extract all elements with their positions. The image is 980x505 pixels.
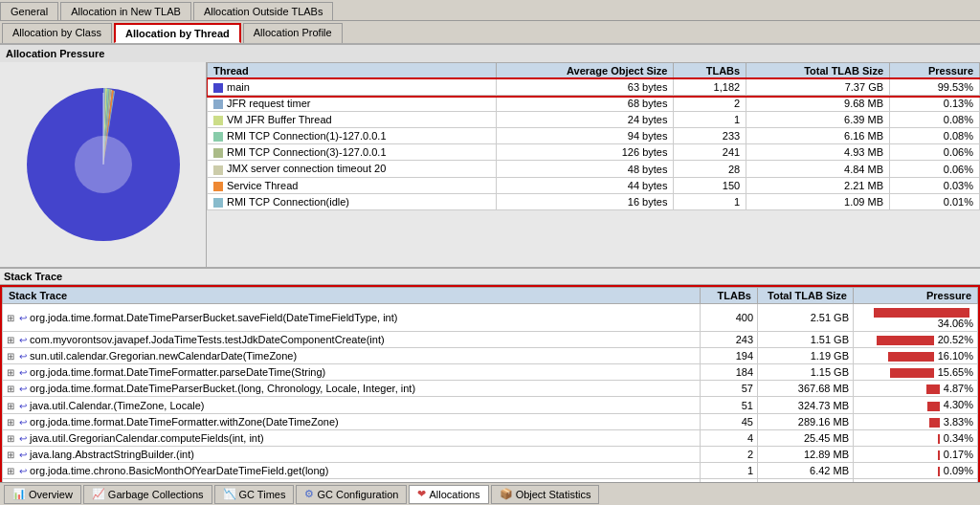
bottom-tab-gc-config[interactable]: ⚙ GC Configuration <box>296 485 407 504</box>
bottom-tab-overview[interactable]: 📊 Overview <box>4 485 81 504</box>
bottom-tab-obj-stats[interactable]: 📦 Object Statistics <box>491 485 600 504</box>
stack-tlabs: 1 <box>701 462 758 478</box>
alloc-icon: ❤ <box>417 488 426 500</box>
stack-pressure: 0.09% <box>854 462 978 478</box>
stack-total-size: 1.51 GB <box>758 332 854 348</box>
stack-row[interactable]: ⊞ ↩ org.joda.time.chrono.BasicMonthOfYea… <box>3 462 978 478</box>
thread-total-size: 6.39 MB <box>746 112 890 128</box>
stack-trace-cell: ⊞ ↩ org.joda.time.chrono.BasicMonthOfYea… <box>3 462 701 478</box>
stack-pressure: 4.87% <box>854 381 978 397</box>
stack-row[interactable]: ⊞ ↩ org.joda.time.format.DateTimeParserB… <box>3 304 978 332</box>
thread-pressure: 0.13% <box>890 96 980 112</box>
expand-icon[interactable]: ⊞ <box>7 384 14 394</box>
pie-chart-area <box>0 62 206 267</box>
thread-table-wrapper[interactable]: Thread Average Object Size TLABs Total T… <box>207 62 980 267</box>
obj-icon: 📦 <box>500 488 513 500</box>
thread-pressure: 0.08% <box>890 112 980 128</box>
bottom-tab-overview-label: Overview <box>29 489 73 500</box>
bottom-tabs-bar: 📊 Overview 📈 Garbage Collections 📉 GC Ti… <box>0 482 980 505</box>
thread-pressure: 0.08% <box>890 128 980 144</box>
thread-total-size: 6.16 MB <box>746 128 890 144</box>
allocation-pie-chart <box>12 74 194 255</box>
thread-row[interactable]: Service Thread 44 bytes 150 2.21 MB 0.03… <box>208 177 980 193</box>
stack-pressure: 3.83% <box>854 413 978 429</box>
stack-icon: ↩ <box>19 401 27 411</box>
tab-new-tlab[interactable]: Allocation in New TLAB <box>60 2 191 20</box>
stack-row[interactable]: ⊞ ↩ org.joda.time.format.DateTimeFormatt… <box>3 364 978 381</box>
col-avg-size: Average Object Size <box>497 63 674 79</box>
bottom-tab-gc[interactable]: 📈 Garbage Collections <box>83 485 212 504</box>
thread-name-cell: JMX server connection timeout 20 <box>208 161 497 177</box>
stack-total-size: 2.51 GB <box>758 304 854 332</box>
tab-alloc-profile[interactable]: Allocation Profile <box>243 23 343 43</box>
stack-icon: ↩ <box>19 466 27 476</box>
thread-tlabs: 241 <box>674 144 746 161</box>
thread-tlabs: 1 <box>674 112 746 128</box>
stack-row[interactable]: ⊞ ↩ com.myvorontsov.javapef.JodaTimeTest… <box>3 332 978 348</box>
stack-row[interactable]: ⊞ ↩ org.joda.time.format.DateTimeFormatt… <box>3 413 978 429</box>
thread-name-cell: RMI TCP Connection(1)-127.0.0.1 <box>208 128 497 144</box>
pressure-bar <box>874 308 969 318</box>
thread-total-size: 7.37 GB <box>746 79 890 96</box>
pressure-bar <box>877 336 934 345</box>
thread-total-size: 4.84 MB <box>746 161 890 177</box>
expand-icon[interactable]: ⊞ <box>7 433 14 444</box>
stack-row[interactable]: ⊞ ↩ org.joda.time.format.DateTimeParserB… <box>3 381 978 397</box>
thread-name-cell: VM JFR Buffer Thread <box>208 112 497 128</box>
thread-row[interactable]: RMI TCP Connection(1)-127.0.0.1 94 bytes… <box>208 128 980 144</box>
stack-icon: ↩ <box>19 417 27 428</box>
thread-name-cell: main <box>208 79 497 96</box>
thread-pressure: 0.01% <box>890 193 980 209</box>
thread-row[interactable]: RMI TCP Connection(3)-127.0.0.1 126 byte… <box>208 144 980 161</box>
thread-name-cell: JFR request timer <box>208 96 497 112</box>
expand-icon[interactable]: ⊞ <box>7 466 14 476</box>
stack-tlabs: 400 <box>701 304 758 332</box>
col-thread: Thread <box>208 63 497 79</box>
tab-by-thread[interactable]: Allocation by Thread <box>114 23 241 43</box>
bottom-tab-allocations[interactable]: ❤ Allocations <box>409 485 488 504</box>
bottom-tab-alloc-label: Allocations <box>429 489 479 500</box>
tab-general[interactable]: General <box>0 2 58 20</box>
thread-name-cell: RMI TCP Connection(idle) <box>208 193 497 209</box>
stack-col-tlabs: TLABs <box>701 288 758 304</box>
thread-table: Thread Average Object Size TLABs Total T… <box>207 62 980 210</box>
stack-pressure: 15.65% <box>854 364 978 381</box>
bottom-tab-gc-times[interactable]: 📉 GC Times <box>214 485 295 504</box>
thread-row[interactable]: VM JFR Buffer Thread 24 bytes 1 6.39 MB … <box>208 112 980 128</box>
sub-tabs-bar: Allocation by Class Allocation by Thread… <box>0 21 980 45</box>
expand-icon[interactable]: ⊞ <box>7 313 14 323</box>
pressure-bar <box>890 368 934 378</box>
thread-avg-size: 44 bytes <box>497 177 674 193</box>
stack-row[interactable]: ⊞ ↩ sun.util.calendar.Gregorian.newCalen… <box>3 348 978 364</box>
thread-tlabs: 1 <box>674 193 746 209</box>
stack-row[interactable]: ⊞ ↩ java.util.GregorianCalendar.computeF… <box>3 429 978 446</box>
pressure-bar <box>938 450 940 460</box>
stack-trace-cell: ⊞ ↩ org.joda.time.format.DateTimeParserB… <box>3 304 701 332</box>
pressure-bar <box>927 402 940 411</box>
thread-row-highlighted[interactable]: main 63 bytes 1,182 7.37 GB 99.53% <box>208 79 980 96</box>
stack-trace-cell: ⊞ ↩ org.joda.time.format.DateTimeParserB… <box>3 381 701 397</box>
stack-pressure: 34.06% <box>854 304 978 332</box>
stack-row[interactable]: ⊞ ↩ java.util.Calendar.(TimeZone, Locale… <box>3 397 978 413</box>
expand-icon[interactable]: ⊞ <box>7 367 14 378</box>
stack-table-wrapper[interactable]: Stack Trace TLABs Total TLAB Size Pressu… <box>0 285 980 494</box>
stack-total-size: 367.68 MB <box>758 381 854 397</box>
thread-row[interactable]: JFR request timer 68 bytes 2 9.68 MB 0.1… <box>208 96 980 112</box>
stack-trace-cell: ⊞ ↩ java.util.GregorianCalendar.computeF… <box>3 429 701 446</box>
expand-icon[interactable]: ⊞ <box>7 351 14 362</box>
thread-avg-size: 63 bytes <box>497 79 674 96</box>
thread-pressure: 0.06% <box>890 161 980 177</box>
expand-icon[interactable]: ⊞ <box>7 335 14 345</box>
expand-icon[interactable]: ⊞ <box>7 401 14 411</box>
expand-icon[interactable]: ⊞ <box>7 450 14 460</box>
tab-by-class[interactable]: Allocation by Class <box>2 23 112 43</box>
thread-row[interactable]: JMX server connection timeout 20 48 byte… <box>208 161 980 177</box>
thread-row[interactable]: RMI TCP Connection(idle) 16 bytes 1 1.09… <box>208 193 980 209</box>
thread-color-swatch <box>213 99 223 109</box>
thread-tlabs: 1,182 <box>674 79 746 96</box>
tab-outside-tlab[interactable]: Allocation Outside TLABs <box>193 2 334 20</box>
section-title: Allocation Pressure <box>0 45 980 62</box>
stack-row[interactable]: ⊞ ↩ java.lang.AbstractStringBuilder.(int… <box>3 446 978 462</box>
expand-icon[interactable]: ⊞ <box>7 417 14 428</box>
stack-total-size: 12.89 MB <box>758 446 854 462</box>
